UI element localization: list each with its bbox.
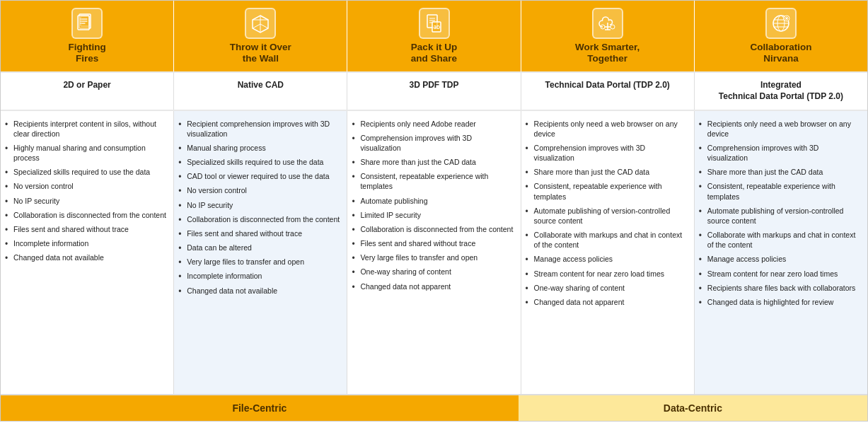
bullet-list-1: Recipient comprehension improves with 3D… — [178, 117, 340, 298]
list-item: Automate publishing — [352, 194, 513, 208]
content-cell-4: Recipients only need a web browser on an… — [695, 111, 867, 394]
list-item: One-way sharing of content — [526, 281, 687, 295]
subheader-cell-3: Technical Data Portal (TDP 2.0) — [521, 73, 695, 109]
svg-line-13 — [260, 24, 268, 28]
list-item: Manual sharing process — [178, 141, 340, 155]
list-item: Collaboration is disconnected from the c… — [178, 212, 340, 226]
list-item: Manage access policies — [526, 252, 687, 266]
subheader-cell-1: Native CAD — [174, 73, 347, 109]
header-cell-fighting-fires: Fighting Fires — [1, 1, 174, 71]
list-item: Consistent, repeatable experience with t… — [526, 179, 687, 203]
list-item: No version control — [5, 179, 166, 193]
bullet-list-2: Recipients only need Adobe readerCompreh… — [352, 117, 513, 294]
globe-icon — [765, 8, 797, 39]
list-item: Stream content for near zero load times — [526, 267, 687, 281]
footer-data-centric: Data-Centric — [519, 395, 867, 421]
list-item: Comprehension improves with 3D visualiza… — [352, 131, 513, 155]
list-item: Share more than just the CAD data — [352, 155, 513, 169]
list-item: Files sent and shared without trace — [5, 222, 166, 236]
list-item: Very large files to transfer and open — [178, 255, 340, 269]
subheader-cell-2: 3D PDF TDP — [347, 73, 521, 109]
list-item: Recipients interpret content in silos, w… — [5, 117, 166, 141]
header-title-pack-it-up: Pack it Up and Share — [411, 42, 457, 64]
list-item: Incomplete information — [178, 269, 340, 283]
list-item: Incomplete information — [5, 236, 166, 250]
header-cell-collab-nirvana: Collaboration Nirvana — [695, 1, 867, 71]
cube-icon — [245, 8, 276, 39]
list-item: Changed data not apparent — [526, 295, 687, 309]
comparison-table: Fighting Fires Throw it Over the Wall — [0, 0, 868, 422]
list-item: Collaboration is disconnected from the c… — [5, 208, 166, 222]
document-icon — [71, 8, 103, 39]
subheader-cell-0: 2D or Paper — [1, 73, 174, 109]
list-item: Collaboration is disconnected from the c… — [352, 222, 513, 236]
header-cell-throw-over-wall: Throw it Over the Wall — [174, 1, 347, 71]
content-cell-1: Recipient comprehension improves with 3D… — [174, 111, 347, 394]
list-item: Manage access policies — [699, 252, 860, 266]
content-cell-0: Recipients interpret content in silos, w… — [1, 111, 174, 394]
footer-file-centric: File-Centric — [1, 395, 519, 421]
list-item: Recipients only need a web browser on an… — [526, 117, 687, 141]
list-item: Collaborate with markups and chat in con… — [699, 228, 860, 252]
header-row: Fighting Fires Throw it Over the Wall — [1, 1, 867, 71]
list-item: One-way sharing of content — [352, 265, 513, 279]
header-title-fighting-fires: Fighting Fires — [68, 42, 105, 64]
list-item: Automate publishing of version-controlle… — [526, 204, 687, 228]
header-title-collab-nirvana: Collaboration Nirvana — [750, 42, 811, 64]
list-item: Share more than just the CAD data — [699, 165, 860, 179]
list-item: Specialized skills required to use the d… — [178, 155, 340, 169]
list-item: Files sent and shared without trace — [178, 226, 340, 240]
content-cell-2: Recipients only need Adobe readerCompreh… — [347, 111, 521, 394]
subheader-row: 2D or Paper Native CAD 3D PDF TDP Techni… — [1, 71, 867, 110]
list-item: Automate publishing of version-controlle… — [699, 204, 860, 228]
bullet-list-0: Recipients interpret content in silos, w… — [5, 117, 166, 265]
list-item: Recipients only need Adobe reader — [352, 117, 513, 131]
list-item: Changed data not available — [178, 284, 340, 298]
list-item: Collaborate with markups and chat in con… — [526, 228, 687, 252]
list-item: Consistent, repeatable experience with t… — [352, 169, 513, 193]
list-item: Recipients only need a web browser on an… — [699, 117, 860, 141]
svg-rect-5 — [78, 16, 89, 30]
pdf-icon: 3D — [419, 8, 450, 39]
list-item: Share more than just the CAD data — [526, 165, 687, 179]
list-item: No IP security — [5, 194, 166, 208]
list-item: CAD tool or viewer required to use the d… — [178, 169, 340, 183]
list-item: No version control — [178, 183, 340, 197]
list-item: Recipients share files back with collabo… — [699, 281, 860, 295]
svg-point-24 — [611, 25, 615, 29]
list-item: Consistent, repeatable experience with t… — [699, 179, 860, 203]
list-item: Comprehension improves with 3D visualiza… — [526, 141, 687, 165]
content-row: Recipients interpret content in silos, w… — [1, 111, 867, 394]
list-item: Highly manual sharing and consumption pr… — [5, 141, 166, 165]
list-item: No IP security — [178, 198, 340, 212]
list-item: Very large files to transfer and open — [352, 250, 513, 265]
footer-row: File-Centric Data-Centric — [1, 394, 867, 421]
list-item: Changed data not apparent — [352, 279, 513, 294]
list-item: Changed data is highlighted for review — [699, 295, 860, 309]
header-cell-work-smarter: Work Smarter, Together — [521, 1, 695, 71]
content-cell-3: Recipients only need a web browser on an… — [521, 111, 695, 394]
bullet-list-4: Recipients only need a web browser on an… — [699, 117, 860, 310]
svg-text:3D: 3D — [434, 25, 440, 30]
list-item: Changed data not available — [5, 250, 166, 265]
list-item: Recipient comprehension improves with 3D… — [178, 117, 340, 141]
bullet-list-3: Recipients only need a web browser on an… — [526, 117, 687, 310]
subheader-cell-4: IntegratedTechnical Data Portal (TDP 2.0… — [695, 73, 867, 109]
list-item: Data can be altered — [178, 240, 340, 255]
header-title-work-smarter: Work Smarter, Together — [575, 42, 640, 64]
header-cell-pack-it-up: 3D Pack it Up and Share — [347, 1, 521, 71]
list-item: Comprehension improves with 3D visualiza… — [699, 141, 860, 165]
svg-line-12 — [253, 24, 260, 28]
cloud-icon — [592, 8, 623, 39]
list-item: Limited IP security — [352, 208, 513, 222]
list-item: Stream content for near zero load times — [699, 267, 860, 281]
list-item: Specialized skills required to use the d… — [5, 165, 166, 179]
header-title-throw-over-wall: Throw it Over the Wall — [230, 42, 291, 64]
list-item: Files sent and shared without trace — [352, 236, 513, 250]
